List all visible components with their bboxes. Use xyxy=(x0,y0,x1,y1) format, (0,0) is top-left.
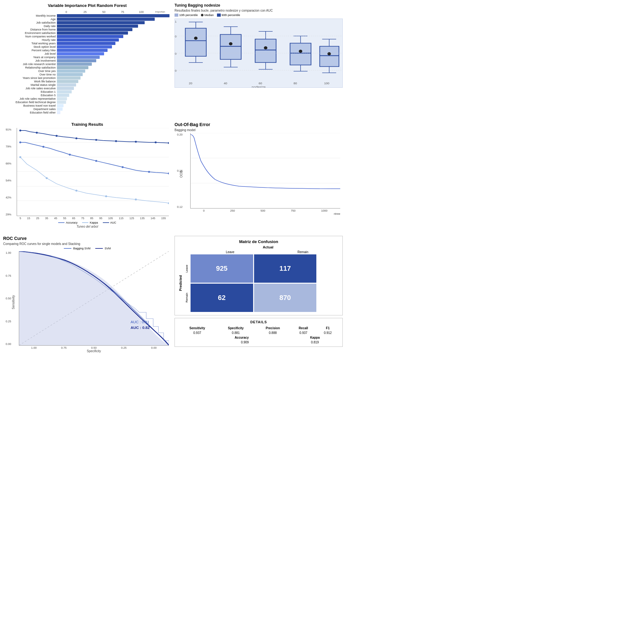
vip-bar-area xyxy=(57,25,169,28)
roc-legend: Bagging SVM SVM xyxy=(3,247,171,250)
training-title: Training Results xyxy=(3,122,171,127)
svg-rect-7 xyxy=(220,35,241,59)
vip-bar-area xyxy=(57,63,169,66)
vip-bar-fill xyxy=(57,52,104,55)
vip-bar-area xyxy=(57,80,169,83)
actual-headers: Leave Remain xyxy=(187,250,339,254)
vip-bar-fill xyxy=(57,94,69,97)
oob-x-labels: 0 250 500 750 1000 xyxy=(190,209,340,212)
vip-bar-label: Business travel non travel xyxy=(5,104,57,107)
details-title: DETAILS xyxy=(178,320,339,324)
vip-bar-label: Education 5 xyxy=(5,94,57,97)
vip-bar-label: Hourly rate xyxy=(5,38,57,42)
svg-text:AUC : 0.82: AUC : 0.82 xyxy=(130,326,150,330)
vip-bar-area xyxy=(57,111,169,114)
svg-point-70 xyxy=(19,156,21,158)
vip-bar-fill xyxy=(57,49,108,52)
svg-point-74 xyxy=(135,198,137,200)
svg-point-23 xyxy=(299,50,302,53)
vip-bar-area xyxy=(57,35,169,38)
confusion-matrix-panel: Matriz de Confusion Actual Leave Remain … xyxy=(175,236,343,315)
vip-bar-fill xyxy=(57,59,96,62)
svg-point-58 xyxy=(95,139,97,141)
training-legend: Accuracy Kappa AUC xyxy=(6,221,169,224)
th-f1: F1 xyxy=(316,326,339,330)
svg-rect-0 xyxy=(185,28,206,56)
vip-bar-row: Education field technical degree xyxy=(5,101,169,104)
td-specificity: 0.881 xyxy=(217,330,255,335)
vip-bar-row: Job role sales representative xyxy=(5,97,169,100)
svg-text:1: 1 xyxy=(175,20,177,23)
vip-bar-fill xyxy=(57,90,72,93)
vip-bar-row: Hourly rate xyxy=(5,38,169,42)
vip-panel: Variable Importance Plot Random Forest 0… xyxy=(3,3,171,116)
vip-bar-label: Age xyxy=(5,18,57,21)
vip-bar-fill xyxy=(57,104,64,107)
confusion-details-panel: Matriz de Confusion Actual Leave Remain … xyxy=(175,236,343,354)
predicted-label: Predicted xyxy=(179,275,182,291)
vip-bar-fill xyxy=(57,111,60,114)
svg-text:0: 0 xyxy=(175,52,177,55)
vip-bar-label: Daily rate xyxy=(5,25,57,28)
vip-bar-fill xyxy=(57,56,100,59)
vip-bar-row: Num companies worked xyxy=(5,35,169,38)
vip-bar-fill xyxy=(57,35,123,38)
bagging-subtitle: Resultados finales bucle, parametro node… xyxy=(175,9,343,12)
td-f1: 0.912 xyxy=(316,330,339,335)
vip-bar-fill xyxy=(57,83,76,86)
svg-text:nodesize: nodesize xyxy=(252,85,266,87)
legend-accuracy: Accuracy xyxy=(58,221,77,224)
vip-bar-area xyxy=(57,14,169,17)
vip-bar-row: Job involvement xyxy=(5,59,169,62)
vip-bar-row: Total working years xyxy=(5,42,169,45)
vip-bar-row: Stock option level xyxy=(5,45,169,48)
vip-bar-area xyxy=(57,59,169,62)
cell-tp: 925 xyxy=(191,254,253,283)
roc-subtitle: Comparing ROC curves for single models a… xyxy=(3,242,171,246)
svg-point-73 xyxy=(105,195,107,197)
td-accuracy: 0.909 xyxy=(178,340,255,345)
roc-title: ROC Curve xyxy=(3,236,171,241)
vip-container: 0 25 50 75 100 Importan Monthly incomeAg… xyxy=(3,9,171,116)
vip-bar-label: Education field technical degree xyxy=(5,101,57,104)
vip-bar-label: Percent salary hike xyxy=(5,49,57,52)
svg-text:AUC : 0.81: AUC : 0.81 xyxy=(130,320,149,324)
vip-bar-label: Distance from home xyxy=(5,28,57,31)
svg-rect-28 xyxy=(320,46,339,66)
row-leave-label: Leave xyxy=(185,265,188,273)
actual-label: Actual xyxy=(197,245,339,249)
svg-text:60: 60 xyxy=(258,82,262,85)
vip-bar-label: Job role research scientist xyxy=(5,63,57,66)
training-svg xyxy=(17,128,169,216)
vip-bar-row: Daily rate xyxy=(5,25,169,28)
vip-bar-fill xyxy=(57,28,132,31)
svg-point-16 xyxy=(264,46,267,49)
oob-chart-wrapper: 0.20 0.16 0.12 OOB 0 250 500 xyxy=(177,133,340,215)
svg-point-65 xyxy=(69,154,71,156)
vip-bar-area xyxy=(57,90,169,93)
vip-bar-label: Education field other xyxy=(5,111,57,114)
th-specificity: Specificity xyxy=(217,326,255,330)
vip-bar-label: Environment satisfaction xyxy=(5,31,57,35)
th-precision: Precision xyxy=(255,326,291,330)
vip-bar-row: Education 1 xyxy=(5,90,169,93)
vip-bar-row: Percent salary hike xyxy=(5,49,169,52)
legend-10th-box xyxy=(175,14,178,17)
vip-title: Variable Importance Plot Random Forest xyxy=(3,3,171,8)
kappa-line xyxy=(82,222,88,223)
vip-bar-fill xyxy=(57,21,145,24)
cell-fp: 117 xyxy=(254,254,317,283)
vip-bar-area xyxy=(57,56,169,59)
vip-bar-area xyxy=(57,83,169,86)
legend-svm: SVM xyxy=(95,247,111,250)
bagging-title: Tuning Bagging nodesize xyxy=(175,3,343,8)
training-subtitle: Tuneo del arbol xyxy=(6,225,169,228)
label-accuracy: Accuracy xyxy=(178,335,255,340)
accuracy-line xyxy=(58,222,64,223)
details-table: Sensitivity Specificity Precision Recall… xyxy=(178,326,339,345)
label-kappa: Kappa xyxy=(291,335,339,340)
svg-point-30 xyxy=(327,52,331,55)
predicted-cats: Leave Remain xyxy=(183,254,191,312)
vip-bar-area xyxy=(57,69,169,73)
vip-bar-area xyxy=(57,38,169,42)
